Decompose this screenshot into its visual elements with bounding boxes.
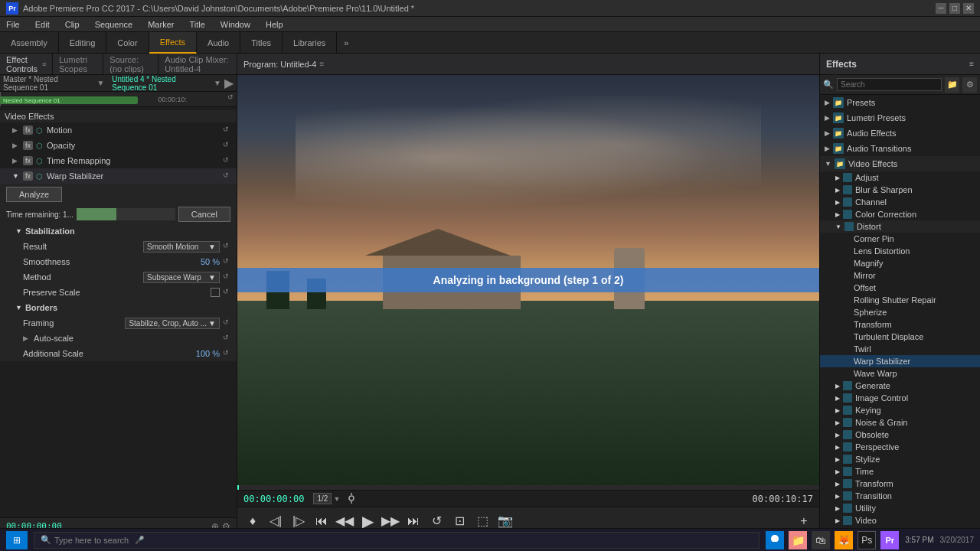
warp-stabilizer-reset[interactable]: ↺ xyxy=(223,171,232,181)
menu-title[interactable]: Title xyxy=(186,20,207,29)
wrench-icon[interactable] xyxy=(346,493,357,505)
magnify-item[interactable]: Magnify xyxy=(820,257,980,269)
search-bar[interactable]: 🔍 Type here to search 🎤 xyxy=(34,532,760,549)
noise-grain-item[interactable]: ▶ Noise & Grain xyxy=(820,416,980,429)
forward-button[interactable]: ▶▶ xyxy=(381,512,400,530)
output-button[interactable]: ⬚ xyxy=(473,512,492,530)
effects-search-input[interactable] xyxy=(837,78,942,91)
windows-start-button[interactable]: ⊞ xyxy=(6,531,28,549)
tab-assembly[interactable]: Assembly xyxy=(0,32,59,54)
add-marker-button[interactable]: ♦ xyxy=(243,512,262,530)
smoothness-reset[interactable]: ↺ xyxy=(223,257,232,266)
reset-icon[interactable]: ↺ xyxy=(227,93,234,101)
framing-dropdown[interactable]: Stabilize, Crop, Auto ... ▼ xyxy=(125,318,220,329)
corner-pin-item[interactable]: Corner Pin xyxy=(820,233,980,245)
add-to-timeline-button[interactable]: + xyxy=(795,512,813,530)
motion-expand[interactable]: ▶ xyxy=(12,126,20,134)
distort-item[interactable]: ▼ Distort xyxy=(820,220,980,233)
step-forward-button[interactable]: ⏭ xyxy=(404,512,423,530)
lumetri-scopes-tab[interactable]: Lumetri Scopes xyxy=(53,54,103,75)
cancel-button[interactable]: Cancel xyxy=(178,207,230,222)
firefox-icon[interactable]: 🦊 xyxy=(835,531,853,549)
store-icon[interactable]: 🛍 xyxy=(812,531,830,549)
adjust-item[interactable]: ▶ Adjust xyxy=(820,171,980,184)
color-correction-item[interactable]: ▶ Color Correction xyxy=(820,208,980,220)
turbulent-displace-item[interactable]: Turbulent Displace xyxy=(820,331,980,343)
effect-controls-tab[interactable]: Effect Controls ≡ xyxy=(0,54,53,75)
premiere-icon[interactable]: Pr xyxy=(880,531,899,549)
utility-item[interactable]: ▶ Utility xyxy=(820,502,980,514)
obsolete-item[interactable]: ▶ Obsolete xyxy=(820,429,980,441)
video-item[interactable]: ▶ Video xyxy=(820,514,980,527)
tab-effects[interactable]: Effects xyxy=(149,32,197,54)
lumetri-presets-category[interactable]: ▶ 📁 Lumetri Presets xyxy=(820,110,980,126)
presets-category[interactable]: ▶ 📁 Presets xyxy=(820,95,980,110)
tab-audio[interactable]: Audio xyxy=(197,32,240,54)
additional-scale-reset[interactable]: ↺ xyxy=(223,349,232,358)
video-effects-category[interactable]: ▼ 📁 Video Effects xyxy=(820,156,980,171)
mirror-item[interactable]: Mirror xyxy=(820,269,980,282)
source-tab[interactable]: Source: (no clips) xyxy=(103,54,158,75)
result-reset[interactable]: ↺ xyxy=(223,242,232,251)
back-button[interactable]: ◀◀ xyxy=(335,512,354,530)
go-to-in-button[interactable]: ◁| xyxy=(266,512,285,530)
analyze-button[interactable]: Analyze xyxy=(6,187,62,202)
menu-file[interactable]: File xyxy=(3,20,23,29)
menu-window[interactable]: Window xyxy=(217,20,253,29)
ps-icon[interactable]: Ps xyxy=(858,531,876,549)
time-remapping-reset[interactable]: ↺ xyxy=(223,156,232,165)
more-tabs-button[interactable]: » xyxy=(337,32,355,54)
time-item[interactable]: ▶ Time xyxy=(820,465,980,478)
twirl-item[interactable]: Twirl xyxy=(820,343,980,355)
spherize-item[interactable]: Spherize xyxy=(820,306,980,318)
preserve-scale-reset[interactable]: ↺ xyxy=(223,288,232,297)
auto-scale-expand[interactable]: ▶ xyxy=(23,334,31,342)
opacity-reset[interactable]: ↺ xyxy=(223,141,232,150)
image-control-item[interactable]: ▶ Image Control xyxy=(820,392,980,404)
fit-dropdown[interactable]: 1/2 xyxy=(313,493,332,504)
tab-libraries[interactable]: Libraries xyxy=(283,32,337,54)
method-reset[interactable]: ↺ xyxy=(223,272,232,282)
menu-help[interactable]: Help xyxy=(263,20,286,29)
step-back-button[interactable]: ⏮ xyxy=(312,512,331,530)
effects-settings-button[interactable]: ⚙ xyxy=(962,77,977,93)
edge-icon[interactable] xyxy=(766,531,784,549)
play-button[interactable]: ▶ xyxy=(358,512,377,530)
preserve-scale-checkbox[interactable] xyxy=(211,288,220,297)
generate-item[interactable]: ▶ Generate xyxy=(820,380,980,392)
effects-panel-menu[interactable]: ≡ xyxy=(969,60,974,68)
export-frame-button[interactable]: 📷 xyxy=(496,512,514,530)
tab-editing[interactable]: Editing xyxy=(59,32,107,54)
menu-marker[interactable]: Marker xyxy=(145,20,177,29)
rolling-shutter-item[interactable]: Rolling Shutter Repair xyxy=(820,294,980,306)
blur-sharpen-item[interactable]: ▶ Blur & Sharpen xyxy=(820,184,980,196)
perspective-item[interactable]: ▶ Perspective xyxy=(820,441,980,453)
warp-stabilizer-expand[interactable]: ▼ xyxy=(12,172,20,180)
transform-distort-item[interactable]: Transform xyxy=(820,318,980,331)
motion-reset[interactable]: ↺ xyxy=(223,126,232,135)
program-scrubber[interactable] xyxy=(237,485,819,490)
new-folder-button[interactable]: 📁 xyxy=(945,77,959,93)
lens-distortion-item[interactable]: Lens Distortion xyxy=(820,245,980,257)
stylize-item[interactable]: ▶ Stylize xyxy=(820,453,980,465)
menu-edit[interactable]: Edit xyxy=(32,20,53,29)
transform-item[interactable]: ▶ Transform xyxy=(820,478,980,490)
framing-reset[interactable]: ↺ xyxy=(223,318,232,328)
zoom-selector[interactable]: 1/2 ▼ xyxy=(313,493,340,504)
time-remapping-expand[interactable]: ▶ xyxy=(12,157,20,165)
menu-clip[interactable]: Clip xyxy=(62,20,83,29)
loop-button[interactable]: ↺ xyxy=(427,512,446,530)
method-dropdown[interactable]: Subspace Warp ▼ xyxy=(143,272,220,283)
stabilization-expand[interactable]: ▼ xyxy=(15,227,22,235)
menu-sequence[interactable]: Sequence xyxy=(92,20,136,29)
borders-expand[interactable]: ▼ xyxy=(15,304,22,311)
audio-mixer-tab[interactable]: Audio Clip Mixer: Untitled-4 xyxy=(158,54,237,75)
maximize-button[interactable]: □ xyxy=(949,3,960,14)
keying-item[interactable]: ▶ Keying xyxy=(820,404,980,416)
audio-effects-category[interactable]: ▶ 📁 Audio Effects xyxy=(820,126,980,141)
go-to-out-button[interactable]: |▷ xyxy=(289,512,308,530)
opacity-expand[interactable]: ▶ xyxy=(12,142,20,149)
close-button[interactable]: ✕ xyxy=(963,3,974,14)
file-explorer-icon[interactable]: 📁 xyxy=(789,531,807,549)
safe-margins-button[interactable]: ⊡ xyxy=(450,512,469,530)
